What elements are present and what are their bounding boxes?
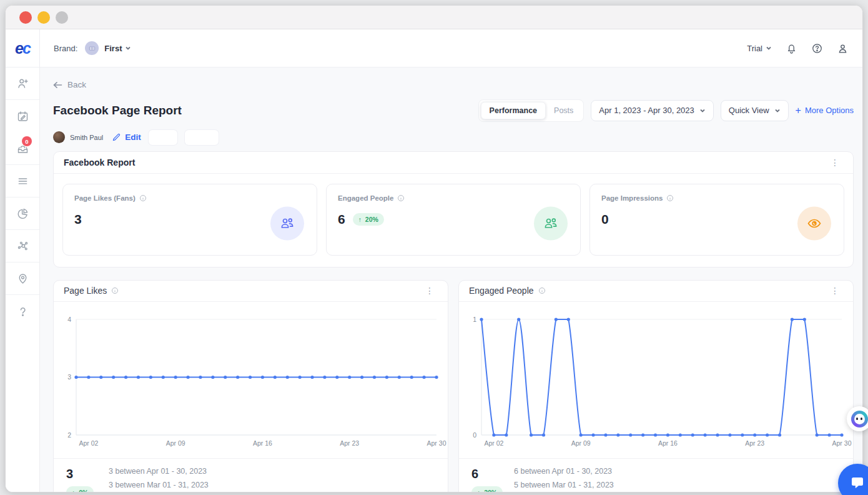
sidebar-item-analytics[interactable]: [6, 198, 39, 230]
stat-value: 0: [601, 212, 609, 227]
top-header: Brand: First Trial: [40, 29, 862, 68]
info-icon[interactable]: [111, 287, 119, 294]
zoom-window-button[interactable]: [56, 11, 68, 24]
engaged-people-chart-card: Engaged People ⋮ 01Apr 02Apr 09Apr 16Apr…: [458, 280, 854, 492]
facebook-report-card: Facebook Report ⋮ Page Likes (Fans) 3: [53, 151, 854, 268]
summary-line: 3 between Apr 01 - 30, 2023: [109, 467, 275, 476]
kebab-menu-icon[interactable]: ⋮: [827, 284, 843, 298]
svg-text:Apr 09: Apr 09: [166, 439, 185, 447]
pencil-icon: [112, 132, 121, 142]
ghost-action-pill[interactable]: [185, 130, 219, 145]
engaged-people-chart: 01Apr 02Apr 09Apr 16Apr 23Apr 30: [459, 302, 853, 458]
calendar-publish-icon: [16, 110, 29, 123]
brand-name[interactable]: First: [104, 44, 122, 53]
summary-line: 3 between Mar 01 - 31, 2023: [109, 481, 275, 489]
help-circle-icon[interactable]: [811, 42, 823, 54]
eye-icon: [797, 206, 831, 240]
stat-card-engaged-people: Engaged People 6 ↑ 20%: [326, 184, 581, 256]
chevron-down-icon[interactable]: [125, 45, 131, 51]
summary-value: 6: [471, 467, 478, 481]
report-card-title: Facebook Report: [64, 158, 135, 168]
chevron-down-icon: [774, 108, 781, 114]
summary-value: 3: [66, 467, 73, 481]
svg-text:Apr 23: Apr 23: [745, 439, 764, 447]
kebab-menu-icon[interactable]: ⋮: [422, 284, 438, 298]
svg-text:3: 3: [67, 373, 71, 381]
brand-label: Brand:: [54, 44, 77, 53]
more-options-button[interactable]: + More Options: [796, 106, 854, 116]
close-window-button[interactable]: [19, 11, 32, 24]
chart-title: Engaged People: [469, 286, 534, 296]
delta-badge: ↑ 20%: [353, 213, 384, 226]
bell-icon[interactable]: [786, 42, 797, 54]
svg-text:1: 1: [473, 315, 476, 322]
summary-line: 6 between Apr 01 - 30, 2023: [514, 467, 684, 476]
sidebar-item-locations[interactable]: [6, 262, 39, 295]
trial-dropdown[interactable]: Trial: [747, 44, 772, 53]
network-nodes-icon: [16, 239, 29, 252]
sidebar-item-inbox[interactable]: 0: [6, 132, 39, 165]
ghost-action-pill[interactable]: [149, 130, 177, 145]
page-likes-chart: 234Apr 02Apr 09Apr 16Apr 23Apr 30: [54, 302, 448, 458]
plus-icon: +: [796, 106, 801, 116]
sidebar: ec 0: [6, 29, 40, 492]
sidebar-item-help[interactable]: [6, 295, 39, 328]
arrow-left-icon: [53, 81, 62, 89]
assistant-face-icon: [851, 411, 868, 428]
tab-posts[interactable]: Posts: [546, 102, 581, 119]
svg-text:Apr 09: Apr 09: [571, 439, 591, 447]
svg-text:Apr 02: Apr 02: [484, 439, 503, 447]
delta-badge: ↑ 20%: [471, 486, 503, 492]
owner-avatar: [53, 131, 65, 143]
question-icon: [16, 305, 29, 318]
sidebar-item-add-user[interactable]: [6, 68, 39, 100]
svg-text:Apr 30: Apr 30: [832, 439, 852, 447]
quick-view-dropdown[interactable]: Quick View: [721, 100, 789, 121]
assistant-widget-button[interactable]: [847, 406, 868, 431]
svg-text:Apr 30: Apr 30: [427, 439, 446, 447]
sidebar-item-integrations[interactable]: [6, 230, 39, 262]
chart-summary: 3 ↑ 0% 3 between Apr 01 - 30, 2023 3 bet…: [54, 458, 448, 492]
delta-badge: ↑ 0%: [66, 486, 94, 492]
add-user-icon: [16, 77, 29, 90]
people-icon: [534, 206, 568, 240]
chat-bubble-icon: [849, 474, 866, 492]
page-title: Facebook Page Report: [53, 104, 182, 118]
info-icon[interactable]: [666, 194, 674, 202]
info-icon[interactable]: [139, 194, 147, 202]
owner-name: Smith Paul: [70, 134, 103, 141]
svg-text:0: 0: [473, 431, 476, 438]
brand-avatar[interactable]: [85, 41, 99, 55]
app-logo[interactable]: ec: [6, 29, 39, 68]
chart-summary: 6 ↑ 20% 6 between Apr 01 - 30, 2023 5 be…: [459, 458, 853, 492]
summary-line: 5 between Mar 01 - 31, 2023: [514, 481, 684, 489]
svg-text:Apr 23: Apr 23: [340, 439, 359, 447]
info-icon[interactable]: [538, 287, 546, 294]
stat-value: 6: [338, 212, 345, 227]
chevron-down-icon: [699, 108, 706, 114]
inbox-badge: 0: [22, 136, 32, 146]
svg-text:Apr 02: Apr 02: [79, 439, 98, 447]
stat-value: 3: [74, 212, 82, 227]
app-window: ec 0: [5, 5, 863, 492]
people-icon: [270, 206, 304, 240]
svg-text:Apr 16: Apr 16: [253, 439, 272, 447]
sidebar-item-publishing[interactable]: [6, 100, 39, 132]
tab-performance[interactable]: Performance: [481, 102, 546, 119]
user-icon[interactable]: [837, 42, 849, 54]
back-link[interactable]: Back: [53, 80, 86, 89]
kebab-menu-icon[interactable]: ⋮: [827, 156, 843, 169]
svg-text:Apr 16: Apr 16: [658, 439, 678, 447]
info-icon[interactable]: [397, 194, 405, 202]
chevron-down-icon: [766, 45, 772, 51]
minimize-window-button[interactable]: [37, 11, 50, 24]
svg-text:4: 4: [67, 315, 71, 322]
date-range-dropdown[interactable]: Apr 1, 2023 - Apr 30, 2023: [591, 100, 714, 121]
chart-title: Page Likes: [64, 286, 107, 296]
sidebar-item-feeds[interactable]: [6, 165, 39, 198]
page-likes-chart-card: Page Likes ⋮ 234Apr 02Apr 09Apr 16Apr 23…: [53, 280, 448, 492]
edit-button[interactable]: Edit: [112, 132, 141, 142]
pie-chart-icon: [16, 207, 29, 220]
main-content: Back Facebook Page Report Performance Po…: [40, 68, 862, 492]
report-tabs: Performance Posts: [478, 99, 584, 122]
